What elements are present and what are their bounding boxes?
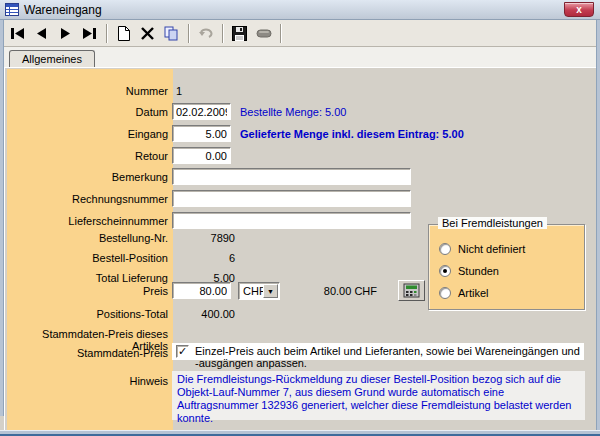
hinweis-text: Die Fremdleistungs-Rückmeldung zu dieser…: [172, 371, 585, 420]
bemerkung-input[interactable]: [172, 168, 411, 185]
print-button[interactable]: [252, 23, 275, 44]
window-icon: [5, 3, 19, 16]
toolbar-separator: [280, 24, 282, 43]
label-preis: Preis: [8, 285, 168, 297]
bestellte-menge-info: Bestellte Menge: 5.00: [240, 106, 346, 118]
toolbar-separator: [106, 24, 108, 43]
label-eingang: Eingang: [8, 128, 168, 140]
window-title: Wareneingang: [24, 3, 102, 17]
label-bestell-position: Bestell-Position: [8, 252, 168, 264]
first-record-button[interactable]: [6, 23, 29, 44]
label-retour: Retour: [8, 150, 168, 162]
previous-record-icon: [36, 28, 47, 39]
rechnungsnummer-input[interactable]: [172, 190, 411, 207]
value-nummer: 1: [176, 85, 182, 97]
label-lieferscheinnummer: Lieferscheinnummer: [8, 215, 168, 227]
label-positions-total: Positions-Total: [8, 308, 168, 320]
undo-button[interactable]: [194, 23, 217, 44]
toolbar-separator: [222, 24, 224, 43]
undo-icon: [198, 27, 213, 39]
calculator-button[interactable]: [398, 280, 425, 301]
tab-allgemeines[interactable]: Allgemeines: [9, 50, 95, 67]
radio-label: Nicht definiert: [458, 243, 525, 255]
tab-strip: Allgemeines: [4, 47, 596, 67]
first-record-icon: [10, 28, 25, 39]
label-datum: Datum: [8, 106, 168, 118]
eingang-input[interactable]: [172, 125, 231, 142]
label-stammdaten-preis: Stammdaten-Preis: [8, 347, 168, 359]
new-record-button[interactable]: [112, 23, 135, 44]
label-rechnungsnummer: Rechnungsnummer: [8, 193, 168, 205]
radio-label: Stunden: [458, 265, 499, 277]
wareneingang-window: Wareneingang x: [0, 0, 600, 436]
chevron-down-icon[interactable]: ▼: [263, 284, 278, 298]
lieferscheinnummer-input[interactable]: [172, 212, 411, 229]
save-button[interactable]: [228, 23, 251, 44]
label-bemerkung: Bemerkung: [8, 171, 168, 183]
value-bestell-position: 6: [172, 252, 235, 264]
next-record-button[interactable]: [54, 23, 77, 44]
currency-dropdown[interactable]: CHF ▼: [238, 282, 280, 300]
datum-input[interactable]: [172, 103, 231, 120]
radio-nicht-definiert[interactable]: Nicht definiert: [439, 243, 525, 255]
window-border-right: [596, 20, 600, 436]
delete-record-button[interactable]: [136, 23, 159, 44]
title-bar: Wareneingang x: [0, 0, 600, 20]
last-record-icon: [82, 28, 97, 39]
previous-record-button[interactable]: [30, 23, 53, 44]
fremdleistungen-title: Bei Fremdleistungen: [438, 217, 547, 229]
preis-input[interactable]: [172, 282, 231, 299]
radio-icon[interactable]: [439, 287, 451, 299]
calculator-icon: [403, 283, 420, 298]
preis-umgerechnet: 80.00 CHF: [287, 285, 377, 297]
checkbox-checked-icon[interactable]: ✓: [176, 345, 189, 358]
toolbar: [1, 20, 599, 47]
radio-icon[interactable]: [439, 243, 451, 255]
copy-record-button[interactable]: [160, 23, 183, 44]
label-hinweis: Hinweis: [8, 375, 168, 387]
gelieferte-menge-info: Gelieferte Menge inkl. diesem Eintrag: 5…: [240, 128, 464, 140]
radio-label: Artikel: [458, 287, 489, 299]
label-nummer: Nummer: [8, 85, 168, 97]
fremdleistungen-groupbox: Bei Fremdleistungen Nicht definiert Stun…: [428, 224, 585, 310]
label-bestellung-nr: Bestellung-Nr.: [8, 232, 168, 244]
stammdaten-preis-row: ✓ Einzel-Preis auch beim Artikel und Lie…: [172, 343, 584, 360]
retour-input[interactable]: [172, 147, 231, 164]
close-button[interactable]: x: [564, 2, 594, 17]
label-total-lieferung: Total Lieferung: [8, 272, 168, 284]
radio-artikel[interactable]: Artikel: [439, 287, 489, 299]
print-icon: [256, 29, 272, 38]
value-bestellung-nr: 7890: [172, 232, 235, 244]
radio-stunden[interactable]: Stunden: [439, 265, 499, 277]
window-border-bottom: [0, 430, 600, 436]
delete-x-icon: [141, 27, 154, 40]
next-record-icon: [60, 28, 71, 39]
last-record-button[interactable]: [78, 23, 101, 44]
window-border-left: [0, 0, 4, 416]
radio-selected-icon[interactable]: [439, 265, 451, 277]
save-floppy-icon: [232, 26, 247, 41]
toolbar-separator: [188, 24, 190, 43]
new-document-icon: [117, 26, 130, 41]
copy-icon: [164, 26, 179, 41]
stammdaten-checkbox-label: Einzel-Preis auch beim Artikel und Liefe…: [195, 345, 584, 369]
value-positions-total: 400.00: [172, 308, 235, 320]
